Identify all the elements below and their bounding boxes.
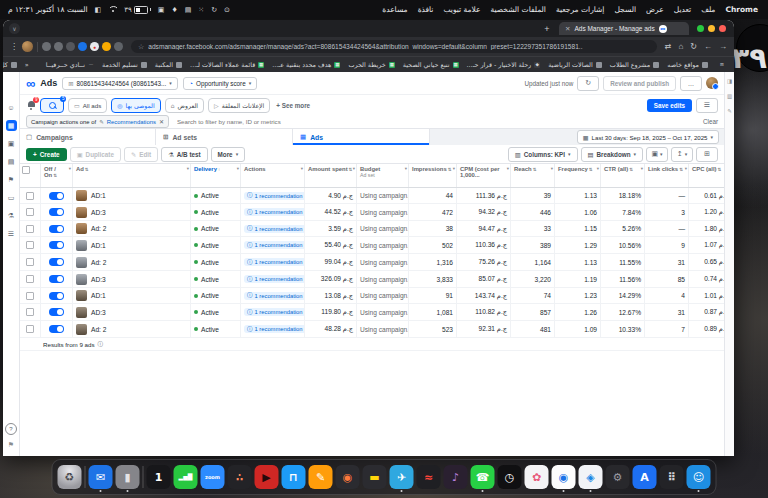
dock-app[interactable]: zoom xyxy=(201,465,225,489)
screenshot-tray-icon[interactable]: ▣ xyxy=(158,6,165,14)
browser-tab[interactable]: ✕ Ads Manager - Manage ads ∞ xyxy=(559,22,689,35)
left-nav-item[interactable]: ▦ xyxy=(6,120,17,131)
column-header[interactable]: ▾ xyxy=(19,164,41,188)
column-header[interactable]: Impressions⇅ ▾ xyxy=(409,164,457,188)
filter-list-icon[interactable]: ☰ xyxy=(696,98,718,113)
ab-test-button[interactable]: ⚗A/B test xyxy=(161,147,207,162)
more-button[interactable]: More▾ xyxy=(211,147,246,162)
review-publish-button[interactable]: Review and publish xyxy=(603,76,676,91)
column-header[interactable]: Ad⇅ ▾ xyxy=(73,164,191,188)
dock-app[interactable]: ⚙ xyxy=(606,465,630,489)
extension-icon[interactable] xyxy=(78,42,87,51)
profile-avatar[interactable] xyxy=(22,41,33,52)
search-input[interactable] xyxy=(175,117,697,126)
opportunity-score-button[interactable]: ◔ Opportunity score ▾ xyxy=(183,77,257,90)
column-header[interactable]: Delivery↑ ▾ xyxy=(191,164,241,188)
tab-campaigns[interactable]: ▢ Campaigns xyxy=(19,129,156,145)
menu-item[interactable]: الملفات الشخصية xyxy=(491,5,546,14)
dock-app[interactable] xyxy=(85,466,86,488)
dock-app[interactable]: ⊓ xyxy=(282,465,306,489)
column-header[interactable]: Amount spent⇅ ▾ xyxy=(305,164,357,188)
bookmark-item[interactable]: ▦ قائمة عملاء الصالات لـ... xyxy=(190,61,264,69)
filter-paused-ads[interactable]: ▷ الإعلانات المعلقة xyxy=(208,98,270,113)
menu-item[interactable]: ملف xyxy=(701,5,715,14)
dock-app[interactable]: 1 xyxy=(147,465,171,489)
notifications-bell-icon[interactable]: 9 xyxy=(26,100,36,110)
dock-app[interactable]: ▮ xyxy=(116,465,140,489)
bookmark-item[interactable]: الصالات الرياضية xyxy=(548,61,602,69)
left-nav-item[interactable]: ▤ xyxy=(6,156,17,167)
menubar-clock[interactable]: السبت ١٨ أكتوبر ١٢:٣١ م xyxy=(8,5,88,14)
column-header[interactable]: Off / On⇅ ▾ xyxy=(41,164,73,188)
tab-ad-sets[interactable]: ⊞ Ad sets xyxy=(156,129,293,145)
bluetooth-tray-icon[interactable]: ♦ xyxy=(171,6,177,14)
bookmark-item[interactable]: — نــادي حــرفيــا xyxy=(46,61,94,69)
expand-button[interactable]: ⊞ xyxy=(696,147,718,162)
bookmark-star-icon[interactable]: ☆ xyxy=(138,43,144,51)
left-nav-item[interactable]: ⚗ xyxy=(6,210,17,221)
shield-tray-icon[interactable]: ⊙ xyxy=(224,6,230,14)
dock-app[interactable]: ▬ xyxy=(363,465,387,489)
extension-icon[interactable] xyxy=(54,42,63,51)
left-nav-item[interactable]: ☺ xyxy=(6,102,17,113)
bookmark-item[interactable]: مشروع الطلاب xyxy=(610,61,659,69)
info-icon[interactable]: ⓘ xyxy=(98,341,104,348)
dock-app[interactable]: ♻ xyxy=(58,465,82,489)
see-more-button[interactable]: + See more xyxy=(276,102,310,109)
extension-icon[interactable]: ● xyxy=(90,42,99,51)
dock-app[interactable]: ☺ xyxy=(687,465,711,489)
bookmark-item[interactable]: ▦ خريطة الحرب xyxy=(348,61,394,69)
wifi-icon[interactable] xyxy=(108,6,117,13)
clear-filters-button[interactable]: Clear xyxy=(703,118,718,125)
extension-icon[interactable] xyxy=(114,42,123,51)
control-center-icon[interactable]: ◧ xyxy=(95,6,102,14)
bookmark-item[interactable]: المكتبة xyxy=(155,61,182,69)
save-edits-button[interactable]: Save edits xyxy=(647,99,692,112)
column-header[interactable]: CTR (all)⇅ ▾ xyxy=(601,164,645,188)
more-options-button[interactable]: ... xyxy=(680,76,702,91)
help-icon[interactable]: ? xyxy=(5,423,17,435)
sync-tray-icon[interactable]: ↻ xyxy=(211,6,217,14)
extension-icon[interactable] xyxy=(42,42,51,51)
extension-icon[interactable] xyxy=(102,42,111,51)
close-button[interactable] xyxy=(719,25,726,32)
filter-recommended[interactable]: ◎ الموصى بها xyxy=(111,98,160,113)
minimize-button[interactable] xyxy=(708,25,715,32)
ad-account-selector[interactable]: ⊞ 808615434424564 (80861543... ▾ xyxy=(62,77,177,90)
column-header[interactable]: Actions ▾ xyxy=(241,164,305,188)
dock-app[interactable]: ◷ xyxy=(498,465,522,489)
reload-icon[interactable]: ↻ xyxy=(690,42,697,51)
create-button[interactable]: +Create xyxy=(26,148,67,161)
remove-filter-icon[interactable]: ✕ xyxy=(159,118,164,125)
dock-app[interactable]: A xyxy=(633,465,657,489)
bookmark-item[interactable]: تسليم الخدمة xyxy=(102,61,147,69)
user-avatar[interactable] xyxy=(706,77,718,89)
extension-icon[interactable] xyxy=(66,42,75,51)
menu-item[interactable]: عرض xyxy=(646,5,664,14)
edit-panel-icon[interactable]: ✎ xyxy=(727,108,732,114)
columns-button[interactable]: ▥Columns: KPI▾ xyxy=(508,147,578,162)
edit-button[interactable]: ✎Edit xyxy=(124,147,158,162)
column-header[interactable]: Link clicks⇅ ▾ xyxy=(645,164,689,188)
menu-item[interactable]: مساعدة xyxy=(382,5,407,14)
dock-app[interactable]: ◉ xyxy=(336,465,360,489)
dock-app[interactable]: ✉ xyxy=(89,465,113,489)
dock-app[interactable]: ✎ xyxy=(309,465,333,489)
column-header[interactable]: CPM (cost per 1,000... ▾ xyxy=(457,164,511,188)
dock-app[interactable]: ▶ xyxy=(255,465,279,489)
tab-ads[interactable]: ▦ Ads xyxy=(293,129,430,145)
bookmark-item[interactable]: « xyxy=(25,61,38,69)
dock-app[interactable]: ◉ xyxy=(552,465,576,489)
menu-item[interactable]: تعديل xyxy=(674,5,691,14)
date-range-picker[interactable]: ▦ Last 30 days: Sep 18, 2025 – Oct 17, 2… xyxy=(577,130,719,144)
bookmark-item[interactable]: مواقع خاصه xyxy=(667,61,708,69)
dock-app[interactable]: ◈ xyxy=(579,465,603,489)
search-filter-button[interactable]: 5 xyxy=(40,98,64,113)
duplicate-button[interactable]: ▣Duplicate xyxy=(70,147,121,162)
omnibox[interactable]: ☆ adsmanager.facebook.com/adsmanager/man… xyxy=(131,40,657,53)
battery-icon[interactable]: ٣٩ xyxy=(124,6,151,14)
dock-app[interactable]: ☎ xyxy=(471,465,495,489)
dock-app[interactable] xyxy=(143,466,144,488)
reports-button[interactable]: ▣▾ xyxy=(646,147,668,162)
feedback-flag-icon[interactable]: ⚑ xyxy=(8,441,14,449)
